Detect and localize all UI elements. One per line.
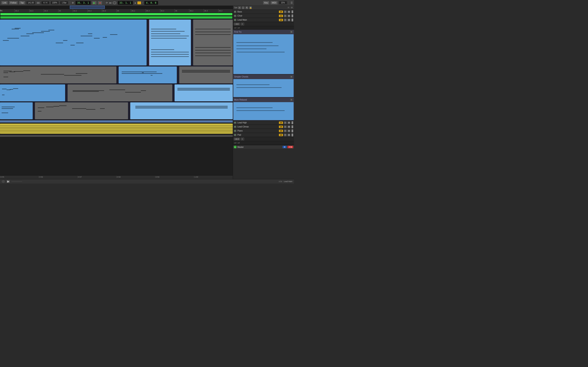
wave-1 <box>0 125 233 126</box>
bass-num[interactable]: 10 <box>279 11 283 13</box>
play-lead-main[interactable]: ▶ <box>234 18 237 21</box>
clip-lead-main-left[interactable] <box>0 20 147 66</box>
first-try-clip[interactable] <box>233 34 294 74</box>
status-mic-icon[interactable] <box>2 180 5 183</box>
quantize-display[interactable]: 1 Bar <box>60 1 68 4</box>
tempo-display[interactable]: 141.00 <box>26 1 35 4</box>
set-label: Set <box>234 7 237 9</box>
pad-o[interactable]: ◉ <box>287 133 290 136</box>
track-item-lead-climax[interactable]: ▶ Lead Climax 14 S ◉ <box>233 125 294 129</box>
simpler-chords-collapse[interactable]: ⊡ <box>290 75 293 78</box>
master-val[interactable]: -7.0 <box>287 146 293 148</box>
bass-o[interactable]: ◉ <box>287 10 290 13</box>
pad-s[interactable]: S <box>284 133 287 136</box>
panel-edit-btn[interactable]: ✎ <box>245 6 248 9</box>
clip-var-3b[interactable] <box>35 102 128 119</box>
clip-lead-main-right[interactable] <box>149 20 191 66</box>
play-lead-climax[interactable]: ▶ <box>234 125 237 128</box>
clip-var-2b[interactable] <box>68 84 172 101</box>
position-display[interactable]: 35. 3. 1 <box>75 1 91 5</box>
loop-icon[interactable]: ⟳ <box>106 1 108 4</box>
pan-key-lead-main[interactable]: C <box>241 23 244 25</box>
menu-icon[interactable]: ☰ <box>291 1 293 4</box>
clip-var-1b[interactable] <box>119 67 177 83</box>
play-choir[interactable]: ▶ <box>234 15 237 17</box>
stop-button[interactable]: ■ <box>98 1 102 5</box>
lead-high-s[interactable]: S <box>284 121 287 124</box>
bass-s[interactable]: S <box>284 10 287 13</box>
follow-button[interactable]: Follow <box>9 1 18 4</box>
note-g7 <box>195 55 231 56</box>
track-lane-variation-2 <box>0 84 233 102</box>
pencil-icon[interactable]: / <box>142 2 143 4</box>
overview-strip[interactable] <box>0 6 233 9</box>
lead-high-o[interactable]: ◉ <box>287 121 290 124</box>
choir-s[interactable]: S <box>284 15 287 17</box>
lead-climax-s[interactable]: S <box>284 125 287 128</box>
loop-pos-display[interactable]: 33. 1. 1 <box>118 1 133 5</box>
choir-o[interactable]: ◉ <box>287 15 290 17</box>
clip-lead-high[interactable] <box>0 120 233 123</box>
time-sig-display[interactable]: 4 / 4 <box>41 1 49 4</box>
midi-button[interactable]: MIDI <box>270 1 278 4</box>
piano-s[interactable]: S <box>284 129 287 132</box>
pan-key-pad[interactable]: C <box>241 138 244 141</box>
clip-var-1a[interactable] <box>0 67 116 83</box>
more-relaxed-collapse[interactable]: ⊡ <box>290 98 293 101</box>
clip-mini[interactable] <box>0 135 233 137</box>
track-item-pad[interactable]: ▶ Pad 16 S ◉ <box>233 133 294 137</box>
play-lead-high[interactable]: ▶ <box>234 121 237 124</box>
zoom-display[interactable]: 100% <box>51 1 59 4</box>
clip-var-1c[interactable] <box>179 67 233 83</box>
pad-num[interactable]: 16 <box>279 134 283 136</box>
track-item-choir[interactable]: ▶ Choir 11 S ◉ <box>233 14 294 18</box>
vol-knob-pad[interactable]: -10.3 <box>234 138 240 141</box>
clip-var-3c[interactable] <box>130 102 233 119</box>
piano-o[interactable]: ◉ <box>287 129 290 132</box>
lead-main-s[interactable]: S <box>284 18 287 21</box>
lead-main-num[interactable]: 12 <box>279 19 283 21</box>
clip-var-2a[interactable] <box>0 84 65 101</box>
play-bass[interactable]: ▶ <box>234 10 237 13</box>
play-master[interactable]: ▶ <box>234 146 237 149</box>
lead-climax-o[interactable]: ◉ <box>287 125 290 128</box>
clip-var-2c[interactable] <box>174 84 233 101</box>
more-relaxed-clip[interactable] <box>233 102 294 120</box>
tracks-area[interactable] <box>0 13 233 175</box>
clip-var-3a[interactable] <box>0 102 33 119</box>
track-item-lead-main[interactable]: ▶ Lead Main 12 S ◉ <box>233 18 294 22</box>
track-item-bass[interactable]: ▶ Bass 10 S ◉ <box>233 10 294 14</box>
ruler-mark-36.3: 36.3 <box>204 9 208 12</box>
master-vol-num[interactable]: 0 <box>283 146 287 148</box>
move-icon[interactable]: ✈ <box>72 1 74 4</box>
first-try-collapse[interactable]: ⊡ <box>290 30 293 33</box>
clip-green-1[interactable] <box>0 13 232 15</box>
play-pad[interactable]: ▶ <box>234 133 237 136</box>
clip-green-2[interactable] <box>0 16 232 18</box>
v2c-note2 <box>177 89 230 90</box>
play-button[interactable]: ▶ <box>92 1 96 5</box>
vol-knob-lead-main[interactable]: -3.9 <box>234 23 240 25</box>
simpler-chords-clip[interactable] <box>233 79 294 97</box>
loop-circle[interactable] <box>113 1 116 4</box>
choir-num[interactable]: 11 <box>279 15 283 17</box>
loop-end-display[interactable]: 4. 0. 0 <box>144 1 158 5</box>
track-item-piano[interactable]: ▶ Piano 15 S ◉ <box>233 129 294 133</box>
lead-main-o[interactable]: ◉ <box>287 18 290 21</box>
scale-display[interactable]: 15% <box>279 1 287 4</box>
panel-down-btn[interactable]: ↓ <box>242 6 245 9</box>
lead-climax-num[interactable]: 14 <box>279 125 283 128</box>
piano-num[interactable]: 15 <box>279 130 283 132</box>
play-piano[interactable]: ▶ <box>234 129 237 132</box>
track-item-lead-high[interactable]: ▶ Lead High 13 S ◉ <box>233 121 294 125</box>
back-icon[interactable]: ⏮ <box>109 1 112 4</box>
panel-lock-btn[interactable]: 🔒 <box>249 6 252 9</box>
status-play-btn[interactable]: ▶ <box>7 180 10 183</box>
clip-lead-main-gray[interactable] <box>193 20 233 66</box>
key-button[interactable]: Key <box>263 1 269 4</box>
link-button[interactable]: Link <box>1 1 8 4</box>
clip-pad[interactable] <box>0 124 233 134</box>
lead-high-num[interactable]: 13 <box>279 122 283 124</box>
panel-add-btn[interactable]: + <box>238 6 241 9</box>
tap-button[interactable]: Tap <box>19 1 25 4</box>
